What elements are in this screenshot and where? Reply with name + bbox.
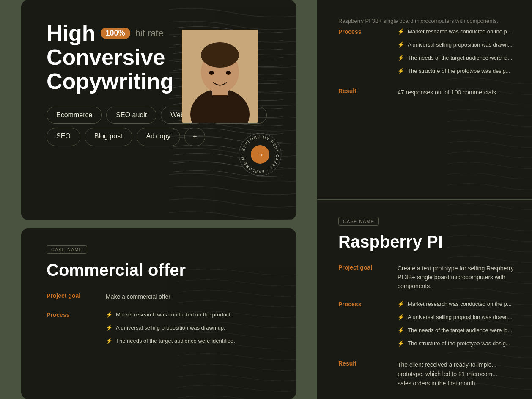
scrolled-text-top: Raspberry PI 3B+ single board microcompu… bbox=[338, 17, 515, 26]
project-goal-row: Project goal Make a commercial offer bbox=[47, 292, 275, 301]
lightning-icon-rb2: ⚡ bbox=[398, 314, 404, 320]
portrait-area: · EXPLORE MY BEST CASES · EXPLORE MY BES… bbox=[173, 21, 283, 182]
hero-title-line1: High bbox=[47, 21, 96, 45]
process-row: Process ⚡ Market research was conducted … bbox=[47, 311, 275, 347]
right-card-raspberry: CASE NAME Raspberry PI Project goal Crea… bbox=[317, 200, 532, 399]
svg-point-7 bbox=[226, 71, 231, 75]
lightning-icon-rb4: ⚡ bbox=[398, 340, 404, 347]
raspberry-case-label: CASE NAME bbox=[338, 217, 379, 226]
tag-seo-audit[interactable]: SEO audit bbox=[106, 107, 156, 124]
right-top-result-text: 47 responses out of 100 commercials... bbox=[398, 88, 501, 97]
raspberry-process-item-4: ⚡ The structure of the prototype was des… bbox=[398, 340, 513, 347]
portrait-frame bbox=[182, 30, 258, 123]
right-top-result-row: Result 47 responses out of 100 commercia… bbox=[338, 88, 515, 97]
person-portrait bbox=[182, 30, 258, 123]
tag-ecommerce[interactable]: Ecommerce bbox=[47, 107, 102, 124]
raspberry-process-list: ⚡ Market research was conducted on the p… bbox=[398, 301, 513, 350]
commercial-case-title: Commercial offer bbox=[47, 261, 275, 280]
lightning-icon-2: ⚡ bbox=[106, 325, 112, 331]
hit-rate-text: hit rate bbox=[135, 28, 164, 39]
lightning-icon-rt1: ⚡ bbox=[398, 28, 404, 35]
right-card-top: Raspberry PI 3B+ single board microcompu… bbox=[317, 0, 532, 200]
right-top-process-item-4: ⚡ The structure of the prototype was des… bbox=[398, 68, 513, 74]
process-label: Process bbox=[47, 311, 89, 347]
case-card-commercial: CASE NAME Commercial offer Project goal … bbox=[21, 228, 296, 399]
commercial-case-label: CASE NAME bbox=[47, 245, 87, 254]
raspberry-process-item-2: ⚡ A universal selling proposition was dr… bbox=[398, 314, 513, 320]
process-item-1: ⚡ Market research was conducted on the p… bbox=[106, 311, 235, 318]
svg-point-3 bbox=[201, 42, 239, 68]
process-list: ⚡ Market research was conducted on the p… bbox=[106, 311, 235, 347]
lightning-icon-1: ⚡ bbox=[106, 311, 112, 318]
right-top-process-item-1: ⚡ Market research was conducted on the p… bbox=[398, 28, 513, 35]
explore-arrow[interactable]: → bbox=[251, 145, 269, 164]
percent-badge: 100% bbox=[101, 28, 130, 39]
process-item-3: ⚡ The needs of the target audience were … bbox=[106, 338, 235, 344]
right-top-process-item-2: ⚡ A universal selling proposition was dr… bbox=[398, 41, 513, 48]
process-item-2: ⚡ A universal selling proposition was dr… bbox=[106, 325, 235, 331]
right-top-process-item-3: ⚡ The needs of the target audience were … bbox=[398, 55, 513, 61]
project-goal-label: Project goal bbox=[47, 292, 89, 301]
raspberry-goal-label: Project goal bbox=[338, 264, 381, 291]
right-top-process-row: Process ⚡ Market research was conducted … bbox=[338, 28, 515, 77]
lightning-icon-rt3: ⚡ bbox=[398, 55, 404, 61]
right-top-process-label: Process bbox=[338, 28, 381, 77]
lightning-icon-rt4: ⚡ bbox=[398, 68, 404, 74]
lightning-icon-3: ⚡ bbox=[106, 338, 112, 344]
lightning-icon-rt2: ⚡ bbox=[398, 41, 404, 48]
project-goal-text: Make a commercial offer bbox=[106, 292, 170, 301]
svg-rect-5 bbox=[207, 95, 233, 106]
raspberry-process-row: Process ⚡ Market research was conducted … bbox=[338, 301, 515, 350]
raspberry-process-item-1: ⚡ Market research was conducted on the p… bbox=[398, 301, 513, 307]
raspberry-goal-row: Project goal Create a text prototype for… bbox=[338, 264, 515, 291]
raspberry-process-item-3: ⚡ The needs of the target audience were … bbox=[398, 327, 513, 333]
raspberry-case-title: Raspberry PI bbox=[338, 232, 515, 251]
raspberry-result-text: The client received a ready-to-imple...p… bbox=[398, 360, 497, 388]
lightning-icon-rb3: ⚡ bbox=[398, 327, 404, 333]
raspberry-process-label: Process bbox=[338, 301, 381, 350]
tag-seo[interactable]: SEO bbox=[47, 128, 80, 146]
hero-card: High 100% hit rate Conversive Copywritin… bbox=[21, 0, 296, 220]
left-column: High 100% hit rate Conversive Copywritin… bbox=[0, 0, 317, 399]
explore-circle[interactable]: · EXPLORE MY BEST CASES · EXPLORE MY BES… bbox=[237, 131, 283, 178]
raspberry-result-label: Result bbox=[338, 360, 381, 388]
right-column: Raspberry PI 3B+ single board microcompu… bbox=[317, 0, 532, 399]
raspberry-goal-text: Create a text prototype for selling Rasp… bbox=[398, 264, 515, 291]
right-top-process-list: ⚡ Market research was conducted on the p… bbox=[398, 28, 513, 77]
svg-point-6 bbox=[209, 71, 214, 75]
raspberry-result-row: Result The client received a ready-to-im… bbox=[338, 360, 515, 388]
lightning-icon-rb1: ⚡ bbox=[398, 301, 404, 307]
tag-blog-post[interactable]: Blog post bbox=[85, 128, 132, 146]
right-top-result-label: Result bbox=[338, 88, 381, 97]
